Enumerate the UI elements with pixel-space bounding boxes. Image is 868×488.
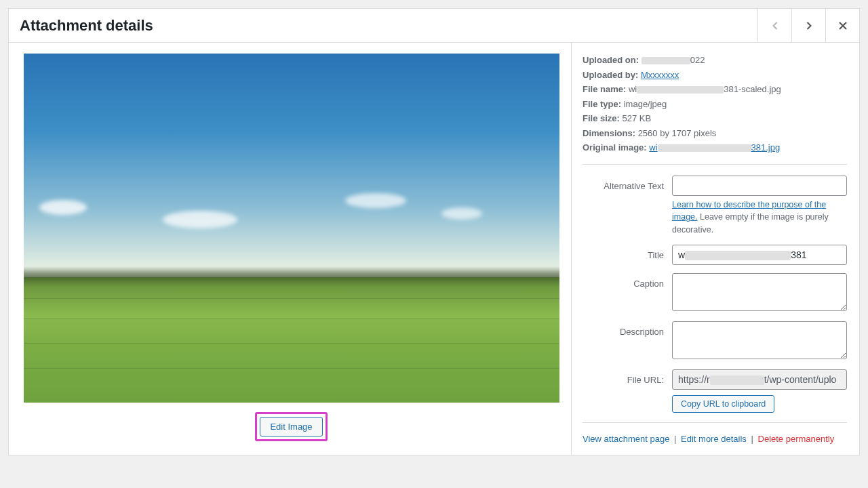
uploaded-by-link[interactable]: Mxxxxxxx bbox=[641, 70, 679, 80]
delete-permanently-link[interactable]: Delete permanently bbox=[758, 434, 835, 444]
meta-uploaded-on: Uploaded on: 022 bbox=[583, 54, 847, 67]
edit-more-details-link[interactable]: Edit more details bbox=[681, 434, 747, 444]
prev-button[interactable] bbox=[757, 9, 791, 43]
divider bbox=[583, 164, 847, 165]
divider bbox=[583, 422, 847, 423]
redacted-text bbox=[637, 86, 724, 94]
alt-text-row: Alternative Text Learn how to describe t… bbox=[583, 176, 847, 237]
original-image-link[interactable]: wi381.jpg bbox=[649, 142, 780, 152]
modal-body: Edit Image Uploaded on: 022 Uploaded by:… bbox=[9, 43, 859, 455]
chevron-right-icon bbox=[802, 19, 816, 33]
edit-image-button[interactable]: Edit Image bbox=[260, 417, 322, 436]
chevron-left-icon bbox=[768, 19, 782, 33]
title-input[interactable] bbox=[672, 245, 847, 265]
description-label: Description bbox=[583, 321, 672, 337]
description-input[interactable] bbox=[672, 321, 847, 359]
meta-file-type: File type: image/jpeg bbox=[583, 98, 847, 111]
redacted-text bbox=[642, 57, 690, 64]
meta-original-image: Original image: wi381.jpg bbox=[583, 141, 847, 155]
meta-dimensions: Dimensions: 2560 by 1707 pixels bbox=[583, 127, 847, 140]
alt-help-text: Learn how to describe the purpose of the… bbox=[672, 199, 847, 237]
meta-file-name: File name: wi381-scaled.jpg bbox=[583, 83, 847, 96]
attachment-actions: View attachment page | Edit more details… bbox=[583, 434, 847, 444]
caption-label: Caption bbox=[583, 273, 672, 289]
modal-header: Attachment details bbox=[9, 9, 859, 43]
title-label: Title bbox=[583, 245, 672, 260]
meta-uploaded-by: Uploaded by: Mxxxxxxx bbox=[583, 68, 847, 82]
attachment-image[interactable] bbox=[24, 54, 559, 403]
caption-row: Caption bbox=[583, 273, 847, 313]
description-row: Description bbox=[583, 321, 847, 361]
alt-text-label: Alternative Text bbox=[583, 176, 672, 191]
view-attachment-page-link[interactable]: View attachment page bbox=[583, 434, 669, 444]
edit-image-highlight: Edit Image bbox=[255, 412, 327, 441]
copy-url-button[interactable]: Copy URL to clipboard bbox=[672, 395, 774, 413]
file-url-row: File URL: https://rt/wp-content/uplo Cop… bbox=[583, 369, 847, 413]
title-row: Title w381 bbox=[583, 245, 847, 265]
preview-pane: Edit Image bbox=[9, 43, 572, 455]
close-button[interactable] bbox=[825, 9, 859, 43]
file-url-input[interactable] bbox=[672, 369, 847, 390]
caption-input[interactable] bbox=[672, 273, 847, 311]
redacted-text bbox=[658, 144, 751, 152]
file-url-label: File URL: bbox=[583, 369, 672, 385]
modal-title: Attachment details bbox=[9, 17, 757, 35]
close-icon bbox=[836, 19, 850, 33]
alt-text-input[interactable] bbox=[672, 176, 847, 196]
meta-file-size: File size: 527 KB bbox=[583, 112, 847, 125]
attachment-details-modal: Attachment details bbox=[8, 8, 860, 455]
details-sidebar: Uploaded on: 022 Uploaded by: Mxxxxxxx F… bbox=[572, 43, 859, 455]
next-button[interactable] bbox=[791, 9, 825, 43]
